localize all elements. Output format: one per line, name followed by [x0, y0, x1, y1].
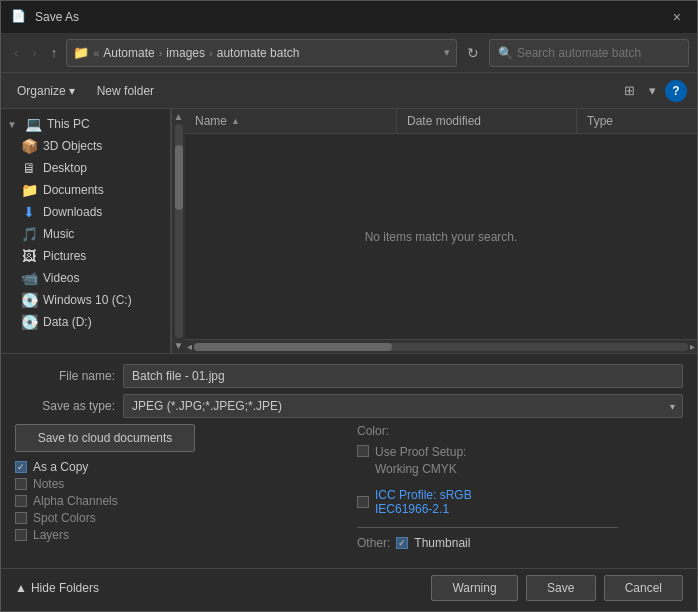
breadcrumb-folder-icon: 📁 — [73, 45, 89, 60]
icc-profile-checkbox[interactable] — [357, 496, 369, 508]
scroll-up-arrow[interactable]: ▲ — [174, 111, 184, 122]
spot-colors-item: Spot Colors — [15, 511, 341, 525]
save-cloud-button[interactable]: Save to cloud documents — [15, 424, 195, 452]
this-pc-label: This PC — [47, 117, 90, 131]
options-section: Save to cloud documents As a Copy Notes … — [15, 424, 683, 550]
organize-label: Organize — [17, 84, 66, 98]
save-as-type-row: Save as type: JPEG (*.JPG;*.JPEG;*.JPE) … — [15, 394, 683, 418]
this-pc-icon: 💻 — [25, 116, 41, 132]
refresh-button[interactable]: ↻ — [461, 41, 485, 65]
empty-message: No items match your search. — [365, 230, 518, 244]
notes-label: Notes — [33, 477, 64, 491]
scroll-track[interactable] — [175, 124, 183, 338]
use-proof-setup-label: Use Proof Setup:Working CMYK — [375, 444, 466, 478]
icc-profile-item: ICC Profile: sRGBIEC61966-2.1 — [357, 488, 683, 516]
col-name-label: Name — [195, 114, 227, 128]
scroll-thumb[interactable] — [175, 145, 183, 209]
h-scroll-right-icon[interactable]: ▸ — [690, 341, 695, 352]
icc-profile-link[interactable]: ICC Profile: sRGBIEC61966-2.1 — [375, 488, 472, 516]
as-a-copy-label: As a Copy — [33, 460, 88, 474]
save-check-group: As a Copy Notes Alpha Channels Spot Colo… — [15, 460, 341, 542]
sidebar-item-this-pc[interactable]: ▼ 💻 This PC — [1, 113, 170, 135]
use-proof-setup-item: Use Proof Setup:Working CMYK — [357, 444, 683, 478]
view-options-button[interactable]: ⊞ — [619, 80, 640, 101]
sidebar-item-3d-objects[interactable]: 📦 3D Objects — [1, 135, 170, 157]
sidebar-item-desktop[interactable]: 🖥 Desktop — [1, 157, 170, 179]
back-button[interactable]: ‹ — [9, 41, 23, 64]
forward-button[interactable]: › — [27, 41, 41, 64]
icc-divider — [357, 527, 618, 528]
view-dropdown-button[interactable]: ▾ — [644, 80, 661, 101]
file-area: Name ▲ Date modified Type No items match… — [185, 109, 697, 353]
breadcrumb-automate-batch: automate batch — [217, 46, 300, 60]
help-button[interactable]: ? — [665, 80, 687, 102]
as-a-copy-item: As a Copy — [15, 460, 341, 474]
file-name-label: File name: — [15, 369, 115, 383]
h-scroll-track[interactable] — [194, 343, 688, 351]
organize-button[interactable]: Organize ▾ — [11, 81, 81, 101]
new-folder-button[interactable]: New folder — [89, 81, 162, 101]
breadcrumb-bar[interactable]: 📁 « Automate › images › automate batch ▾ — [66, 39, 457, 67]
as-a-copy-checkbox[interactable] — [15, 461, 27, 473]
alpha-channels-checkbox[interactable] — [15, 495, 27, 507]
use-proof-setup-checkbox[interactable] — [357, 445, 369, 457]
thumbnail-label: Thumbnail — [414, 536, 470, 550]
sidebar-item-documents[interactable]: 📁 Documents — [1, 179, 170, 201]
sidebar-item-videos[interactable]: 📹 Videos — [1, 267, 170, 289]
action-buttons: Warning Save Cancel — [431, 575, 683, 601]
horizontal-scrollbar[interactable]: ◂ ▸ — [185, 339, 697, 353]
other-label: Other: — [357, 536, 390, 550]
save-button[interactable]: Save — [526, 575, 596, 601]
layers-checkbox[interactable] — [15, 529, 27, 541]
hide-folders-button[interactable]: ▲ Hide Folders — [15, 581, 99, 595]
file-content: No items match your search. — [185, 134, 697, 339]
sidebar-item-data-d[interactable]: 💽 Data (D:) — [1, 311, 170, 333]
sidebar-item-windows-c[interactable]: 💽 Windows 10 (C:) — [1, 289, 170, 311]
save-as-type-select[interactable]: JPEG (*.JPG;*.JPEG;*.JPE) — [123, 394, 683, 418]
documents-icon: 📁 — [21, 182, 37, 198]
desktop-icon: 🖥 — [21, 160, 37, 176]
column-header-name[interactable]: Name ▲ — [185, 109, 397, 133]
action-bar: ▲ Hide Folders Warning Save Cancel — [1, 568, 697, 611]
spot-colors-label: Spot Colors — [33, 511, 96, 525]
close-button[interactable]: × — [667, 7, 687, 27]
thumbnail-checkbox[interactable] — [396, 537, 408, 549]
h-scroll-thumb[interactable] — [194, 343, 392, 351]
sidebar-item-music[interactable]: 🎵 Music — [1, 223, 170, 245]
cancel-button[interactable]: Cancel — [604, 575, 683, 601]
sidebar: ▼ 💻 This PC 📦 3D Objects 🖥 Desktop 📁 Doc… — [1, 109, 171, 353]
bottom-section: File name: Save as type: JPEG (*.JPG;*.J… — [1, 353, 697, 568]
toolbar: Organize ▾ New folder ⊞ ▾ ? — [1, 73, 697, 109]
warning-button[interactable]: Warning — [431, 575, 517, 601]
h-scroll-left-icon[interactable]: ◂ — [187, 341, 192, 352]
search-input[interactable] — [517, 46, 680, 60]
alpha-channels-label: Alpha Channels — [33, 494, 118, 508]
file-name-input[interactable] — [123, 364, 683, 388]
breadcrumb-dropdown-icon: ▾ — [444, 46, 450, 59]
sort-arrow-icon: ▲ — [231, 116, 240, 126]
save-as-type-wrapper: JPEG (*.JPG;*.JPEG;*.JPE) ▾ — [123, 394, 683, 418]
nav-bar: ‹ › ↑ 📁 « Automate › images › automate b… — [1, 33, 697, 73]
up-button[interactable]: ↑ — [46, 41, 63, 64]
scroll-down-arrow[interactable]: ▼ — [174, 340, 184, 351]
notes-checkbox[interactable] — [15, 478, 27, 490]
hide-folders-chevron-icon: ▲ — [15, 581, 27, 595]
search-box[interactable]: 🔍 — [489, 39, 689, 67]
thumbnail-row: Other: Thumbnail — [357, 536, 683, 550]
downloads-icon: ⬇ — [21, 204, 37, 220]
sidebar-item-downloads[interactable]: ⬇ Downloads — [1, 201, 170, 223]
sidebar-scrollbar[interactable]: ▲ ▼ — [171, 109, 185, 353]
col-date-label: Date modified — [407, 114, 481, 128]
search-icon: 🔍 — [498, 46, 513, 60]
this-pc-chevron-icon: ▼ — [7, 119, 17, 130]
column-header-date[interactable]: Date modified — [397, 109, 577, 133]
file-name-row: File name: — [15, 364, 683, 388]
column-header-type[interactable]: Type — [577, 109, 697, 133]
toolbar-right: ⊞ ▾ ? — [619, 80, 687, 102]
sidebar-item-pictures[interactable]: 🖼 Pictures — [1, 245, 170, 267]
color-label: Color: — [357, 424, 389, 438]
spot-colors-checkbox[interactable] — [15, 512, 27, 524]
data-d-icon: 💽 — [21, 314, 37, 330]
music-icon: 🎵 — [21, 226, 37, 242]
sidebar-desktop-label: Desktop — [43, 161, 87, 175]
